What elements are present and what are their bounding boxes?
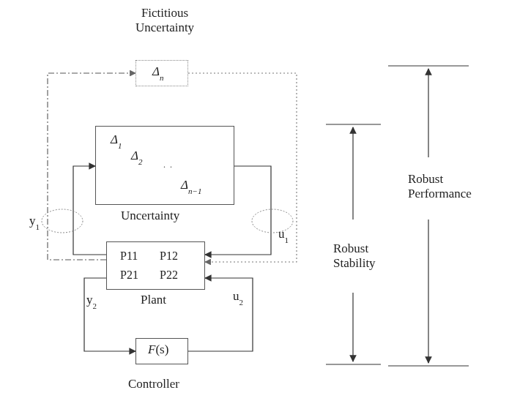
u2-label: u2	[233, 289, 243, 304]
uncertainty-block: Δ1 Δ2 ·· Δn−1	[95, 126, 234, 205]
connections-svg	[0, 0, 509, 420]
p21: P21	[120, 269, 138, 282]
robust-stability-label: RobustStability	[333, 241, 376, 271]
fictitious-l2: Uncertainty	[135, 20, 194, 34]
delta-n-1: Δn−1	[181, 178, 201, 193]
controller-label: Controller	[128, 377, 179, 391]
controller-symbol: F(s)	[148, 342, 168, 357]
u1-label: u1	[278, 227, 289, 242]
y1-label: y1	[29, 214, 40, 229]
y2-label: y2	[86, 293, 97, 308]
delta-2: Δ2	[131, 149, 142, 164]
delta-dots: ··	[163, 162, 177, 173]
fictitious-l1: Fictitious	[141, 6, 188, 20]
p22: P22	[160, 269, 178, 282]
plant-block: P11 P12 P21 P22	[106, 241, 205, 290]
fictitious-uncertainty-title: Fictitious Uncertainty	[114, 6, 216, 35]
robust-performance-label: RobustPerformance	[408, 172, 472, 201]
port-y1-ellipse	[42, 209, 83, 233]
delta-1: Δ1	[111, 132, 122, 148]
delta-n-symbol: Δn	[152, 64, 163, 80]
uncertainty-label: Uncertainty	[121, 209, 179, 223]
p12: P12	[160, 250, 178, 263]
fictitious-uncertainty-block: Δn	[135, 60, 188, 86]
controller-block: F(s)	[135, 338, 188, 364]
plant-label: Plant	[141, 293, 166, 307]
p11: P11	[120, 250, 138, 263]
